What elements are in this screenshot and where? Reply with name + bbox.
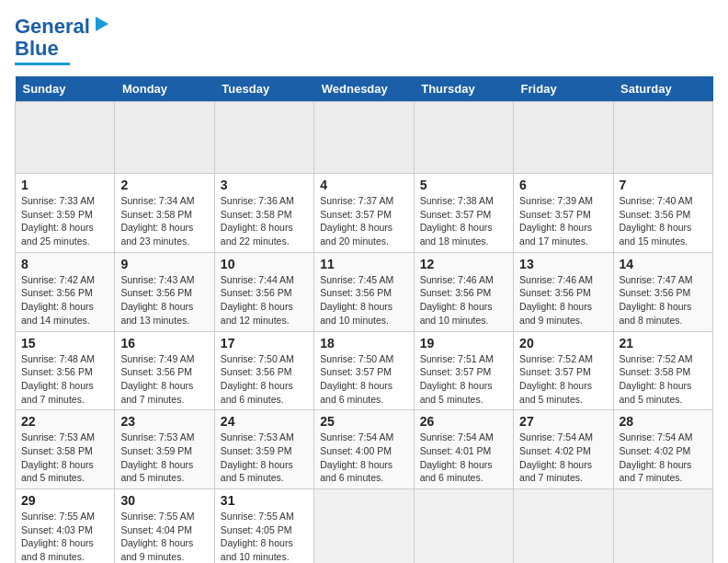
day-cell: 5Sunrise: 7:38 AM Sunset: 3:57 PM Daylig… xyxy=(414,174,513,253)
day-cell: 8Sunrise: 7:42 AM Sunset: 3:56 PM Daylig… xyxy=(16,252,115,331)
day-cell: 1Sunrise: 7:33 AM Sunset: 3:59 PM Daylig… xyxy=(16,174,115,253)
day-cell: 24Sunrise: 7:53 AM Sunset: 3:59 PM Dayli… xyxy=(214,410,313,489)
day-info: Sunrise: 7:54 AM Sunset: 4:00 PM Dayligh… xyxy=(320,431,407,485)
day-info: Sunrise: 7:48 AM Sunset: 3:56 PM Dayligh… xyxy=(21,352,108,407)
calendar-table: SundayMondayTuesdayWednesdayThursdayFrid… xyxy=(15,76,713,563)
day-cell: 17Sunrise: 7:50 AM Sunset: 3:56 PM Dayli… xyxy=(214,331,313,410)
week-row-0 xyxy=(16,102,713,174)
header-row: SundayMondayTuesdayWednesdayThursdayFrid… xyxy=(16,76,713,102)
page-header: General Blue xyxy=(15,15,713,65)
day-info: Sunrise: 7:45 AM Sunset: 3:56 PM Dayligh… xyxy=(320,273,407,327)
day-info: Sunrise: 7:51 AM Sunset: 3:57 PM Dayligh… xyxy=(420,352,507,407)
logo-underline xyxy=(15,63,70,65)
logo: General Blue xyxy=(15,15,112,65)
day-cell: 26Sunrise: 7:54 AM Sunset: 4:01 PM Dayli… xyxy=(414,410,513,489)
day-info: Sunrise: 7:52 AM Sunset: 3:57 PM Dayligh… xyxy=(519,352,607,407)
day-info: Sunrise: 7:40 AM Sunset: 3:56 PM Dayligh… xyxy=(620,194,707,248)
day-cell xyxy=(314,489,414,564)
day-number: 14 xyxy=(620,257,707,271)
logo-arrow-icon xyxy=(92,15,112,35)
day-number: 3 xyxy=(221,178,308,192)
day-number: 16 xyxy=(120,336,208,350)
day-number: 22 xyxy=(21,414,108,429)
day-info: Sunrise: 7:34 AM Sunset: 3:58 PM Dayligh… xyxy=(120,194,208,248)
day-cell xyxy=(16,102,115,174)
day-number: 4 xyxy=(320,178,407,192)
day-number: 13 xyxy=(519,257,607,271)
day-number: 2 xyxy=(120,178,208,192)
day-number: 7 xyxy=(620,178,707,192)
day-number: 29 xyxy=(21,493,108,508)
week-row-3: 15Sunrise: 7:48 AM Sunset: 3:56 PM Dayli… xyxy=(16,331,713,410)
day-info: Sunrise: 7:50 AM Sunset: 3:57 PM Dayligh… xyxy=(320,352,407,407)
day-cell: 27Sunrise: 7:54 AM Sunset: 4:02 PM Dayli… xyxy=(514,410,613,489)
day-cell xyxy=(613,102,712,174)
day-number: 20 xyxy=(519,336,607,350)
week-row-4: 22Sunrise: 7:53 AM Sunset: 3:58 PM Dayli… xyxy=(16,410,713,489)
day-cell: 22Sunrise: 7:53 AM Sunset: 3:58 PM Dayli… xyxy=(16,410,115,489)
day-info: Sunrise: 7:54 AM Sunset: 4:01 PM Dayligh… xyxy=(420,431,507,485)
day-info: Sunrise: 7:53 AM Sunset: 3:59 PM Dayligh… xyxy=(221,431,308,485)
day-info: Sunrise: 7:33 AM Sunset: 3:59 PM Dayligh… xyxy=(21,194,108,248)
day-cell: 7Sunrise: 7:40 AM Sunset: 3:56 PM Daylig… xyxy=(613,174,712,253)
day-info: Sunrise: 7:37 AM Sunset: 3:57 PM Dayligh… xyxy=(320,194,407,248)
day-cell xyxy=(314,102,414,174)
day-number: 28 xyxy=(620,414,707,429)
day-number: 27 xyxy=(519,414,607,429)
day-info: Sunrise: 7:54 AM Sunset: 4:02 PM Dayligh… xyxy=(519,431,607,485)
day-cell: 9Sunrise: 7:43 AM Sunset: 3:56 PM Daylig… xyxy=(115,252,214,331)
col-header-wednesday: Wednesday xyxy=(314,76,414,102)
day-cell xyxy=(514,102,613,174)
day-cell: 15Sunrise: 7:48 AM Sunset: 3:56 PM Dayli… xyxy=(16,331,115,410)
day-cell: 30Sunrise: 7:55 AM Sunset: 4:04 PM Dayli… xyxy=(115,489,214,564)
day-info: Sunrise: 7:50 AM Sunset: 3:56 PM Dayligh… xyxy=(221,352,308,407)
day-number: 18 xyxy=(320,336,407,350)
day-cell: 28Sunrise: 7:54 AM Sunset: 4:02 PM Dayli… xyxy=(613,410,712,489)
day-number: 5 xyxy=(420,178,507,192)
day-number: 23 xyxy=(120,414,208,429)
day-info: Sunrise: 7:36 AM Sunset: 3:58 PM Dayligh… xyxy=(221,194,308,248)
day-cell: 20Sunrise: 7:52 AM Sunset: 3:57 PM Dayli… xyxy=(514,331,613,410)
day-number: 30 xyxy=(120,493,208,508)
day-number: 31 xyxy=(221,493,308,508)
day-cell: 6Sunrise: 7:39 AM Sunset: 3:57 PM Daylig… xyxy=(514,174,613,253)
day-info: Sunrise: 7:52 AM Sunset: 3:58 PM Dayligh… xyxy=(620,352,707,407)
day-cell: 11Sunrise: 7:45 AM Sunset: 3:56 PM Dayli… xyxy=(314,252,414,331)
col-header-monday: Monday xyxy=(115,76,214,102)
logo-blue-text: Blue xyxy=(15,37,59,61)
day-cell: 12Sunrise: 7:46 AM Sunset: 3:56 PM Dayli… xyxy=(414,252,513,331)
day-cell xyxy=(414,102,513,174)
day-number: 19 xyxy=(420,336,507,350)
day-info: Sunrise: 7:38 AM Sunset: 3:57 PM Dayligh… xyxy=(420,194,507,248)
day-number: 10 xyxy=(221,257,308,271)
day-cell xyxy=(613,489,712,564)
day-info: Sunrise: 7:42 AM Sunset: 3:56 PM Dayligh… xyxy=(21,273,108,327)
day-info: Sunrise: 7:54 AM Sunset: 4:02 PM Dayligh… xyxy=(620,431,707,485)
day-number: 8 xyxy=(21,257,108,271)
day-info: Sunrise: 7:55 AM Sunset: 4:04 PM Dayligh… xyxy=(120,510,208,563)
day-cell: 10Sunrise: 7:44 AM Sunset: 3:56 PM Dayli… xyxy=(214,252,313,331)
day-info: Sunrise: 7:44 AM Sunset: 3:56 PM Dayligh… xyxy=(221,273,308,327)
day-number: 6 xyxy=(519,178,607,192)
day-cell: 13Sunrise: 7:46 AM Sunset: 3:56 PM Dayli… xyxy=(514,252,613,331)
week-row-2: 8Sunrise: 7:42 AM Sunset: 3:56 PM Daylig… xyxy=(16,252,713,331)
day-cell: 31Sunrise: 7:55 AM Sunset: 4:05 PM Dayli… xyxy=(214,489,313,564)
day-number: 24 xyxy=(221,414,308,429)
day-number: 21 xyxy=(620,336,707,350)
day-cell: 19Sunrise: 7:51 AM Sunset: 3:57 PM Dayli… xyxy=(414,331,513,410)
day-info: Sunrise: 7:55 AM Sunset: 4:03 PM Dayligh… xyxy=(21,510,108,563)
day-cell: 25Sunrise: 7:54 AM Sunset: 4:00 PM Dayli… xyxy=(314,410,414,489)
day-cell xyxy=(115,102,214,174)
day-number: 25 xyxy=(320,414,407,429)
day-info: Sunrise: 7:55 AM Sunset: 4:05 PM Dayligh… xyxy=(221,510,308,563)
col-header-tuesday: Tuesday xyxy=(214,76,313,102)
day-cell xyxy=(514,489,613,564)
day-number: 11 xyxy=(320,257,407,271)
svg-marker-0 xyxy=(96,17,108,31)
day-cell: 29Sunrise: 7:55 AM Sunset: 4:03 PM Dayli… xyxy=(16,489,115,564)
day-number: 1 xyxy=(21,178,108,192)
day-number: 9 xyxy=(120,257,208,271)
day-cell: 3Sunrise: 7:36 AM Sunset: 3:58 PM Daylig… xyxy=(214,174,313,253)
day-cell: 21Sunrise: 7:52 AM Sunset: 3:58 PM Dayli… xyxy=(613,331,712,410)
day-cell: 2Sunrise: 7:34 AM Sunset: 3:58 PM Daylig… xyxy=(115,174,214,253)
